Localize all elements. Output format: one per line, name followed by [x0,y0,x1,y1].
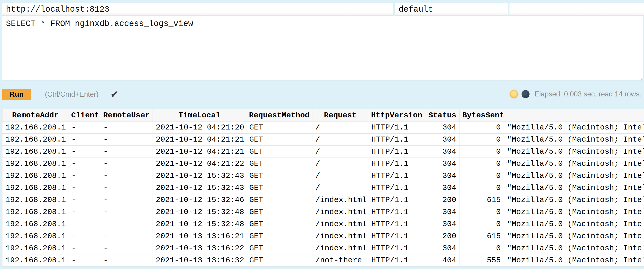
cell-remote_user: - [100,254,153,266]
table-row: 192.168.208.1--2021-10-12 15:32:43GET/HT… [2,170,644,182]
cell-http_version: HTTP/1.1 [368,242,425,254]
query-stats: Elapsed: 0.003 sec, read 14 rows. [534,90,642,98]
cell-remote_addr: 192.168.208.1 [2,254,68,266]
sun-theme-icon[interactable] [510,90,518,98]
cell-http_version: HTTP/1.1 [368,158,425,170]
cell-client: - [68,218,100,230]
column-header-http_user_agent [504,109,644,122]
table-row: 192.168.208.1--2021-10-12 15:32:48GET/in… [2,206,644,218]
cell-http_user_agent: "Mozilla/5.0 (Macintosh; Intel [504,254,644,266]
table-row: 192.168.208.1--2021-10-13 13:16:21GET/in… [2,230,644,242]
cell-client: - [68,182,100,194]
cell-http_user_agent: "Mozilla/5.0 (Macintosh; Intel [504,170,644,182]
cell-time_local: 2021-10-12 04:21:21 [153,146,246,158]
column-header-bytes_sent: BytesSent [460,109,504,122]
cell-time_local: 2021-10-13 13:16:32 [153,254,246,266]
table-row: 192.168.208.1--2021-10-13 13:16:22GET/in… [2,242,644,254]
cell-status: 304 [425,122,460,134]
cell-time_local: 2021-10-13 13:16:22 [153,242,246,254]
cell-request_method: GET [246,242,312,254]
table-row: 192.168.208.1--2021-10-12 15:32:48GET/in… [2,218,644,230]
table-row: 192.168.208.1--2021-10-12 04:21:20GET/HT… [2,122,644,134]
cell-client: - [68,146,100,158]
cell-request_method: GET [246,206,312,218]
cell-status: 304 [425,206,460,218]
cell-bytes_sent: 555 [460,254,504,266]
cell-remote_user: - [100,218,153,230]
cell-request_method: GET [246,194,312,206]
cell-remote_user: - [100,230,153,242]
column-header-time_local: TimeLocal [153,109,246,122]
cell-remote_user: - [100,122,153,134]
results-area: RemoteAddrClientRemoteUserTimeLocalReque… [2,109,644,266]
connection-bar [0,0,644,16]
cell-remote_user: - [100,134,153,146]
cell-status: 200 [425,230,460,242]
cell-http_user_agent: "Mozilla/5.0 (Macintosh; Intel [504,230,644,242]
table-row: 192.168.208.1--2021-10-12 15:32:43GET/HT… [2,182,644,194]
column-header-request: Request [312,109,368,122]
column-header-status: Status [425,109,460,122]
run-button[interactable]: Run [2,89,31,100]
cell-http_user_agent: "Mozilla/5.0 (Macintosh; Intel [504,242,644,254]
cell-time_local: 2021-10-12 15:32:48 [153,218,246,230]
cell-bytes_sent: 0 [460,146,504,158]
cell-client: - [68,242,100,254]
cell-http_version: HTTP/1.1 [368,146,425,158]
cell-request: / [312,158,368,170]
cell-client: - [68,122,100,134]
cell-http_user_agent: "Mozilla/5.0 (Macintosh; Intel [504,134,644,146]
cell-http_version: HTTP/1.1 [368,134,425,146]
cell-client: - [68,230,100,242]
server-url-input[interactable] [2,3,393,16]
column-header-request_method: RequestMethod [246,109,312,122]
results-table: RemoteAddrClientRemoteUserTimeLocalReque… [2,109,644,266]
cell-remote_user: - [100,206,153,218]
cell-http_user_agent: "Mozilla/5.0 (Macintosh; Intel [504,194,644,206]
status-group: Elapsed: 0.003 sec, read 14 rows. [510,90,642,98]
cell-remote_addr: 192.168.208.1 [2,170,68,182]
cell-remote_addr: 192.168.208.1 [2,158,68,170]
cell-status: 200 [425,194,460,206]
cell-http_user_agent: "Mozilla/5.0 (Macintosh; Intel [504,146,644,158]
cell-remote_addr: 192.168.208.1 [2,206,68,218]
cell-time_local: 2021-10-12 15:32:46 [153,194,246,206]
cell-request_method: GET [246,254,312,266]
cell-remote_user: - [100,146,153,158]
cell-status: 304 [425,134,460,146]
cell-http_user_agent: "Mozilla/5.0 (Macintosh; Intel [504,206,644,218]
cell-client: - [68,194,100,206]
check-icon: ✔ [110,90,118,99]
cell-http_version: HTTP/1.1 [368,182,425,194]
password-input[interactable] [510,3,644,16]
cell-status: 304 [425,218,460,230]
moon-theme-icon[interactable] [522,90,530,98]
cell-request_method: GET [246,122,312,134]
cell-time_local: 2021-10-12 15:32:43 [153,182,246,194]
cell-request: /index.html [312,194,368,206]
cell-request: / [312,122,368,134]
cell-bytes_sent: 0 [460,218,504,230]
user-input[interactable] [395,3,508,16]
cell-http_version: HTTP/1.1 [368,194,425,206]
table-row: 192.168.208.1--2021-10-12 04:21:21GET/HT… [2,146,644,158]
cell-http_user_agent: "Mozilla/5.0 (Macintosh; Intel [504,218,644,230]
table-header-row: RemoteAddrClientRemoteUserTimeLocalReque… [2,109,644,122]
cell-remote_addr: 192.168.208.1 [2,242,68,254]
cell-request: /index.html [312,206,368,218]
cell-status: 304 [425,158,460,170]
cell-time_local: 2021-10-12 04:21:21 [153,134,246,146]
query-editor[interactable]: SELECT * FROM nginxdb.access_logs_view [2,16,643,80]
cell-http_user_agent: "Mozilla/5.0 (Macintosh; Intel [504,182,644,194]
cell-request_method: GET [246,218,312,230]
cell-request: /index.html [312,230,368,242]
cell-request: /index.html [312,218,368,230]
cell-bytes_sent: 0 [460,242,504,254]
toolbar: Run (Ctrl/Cmd+Enter) ✔ Elapsed: 0.003 se… [2,89,644,100]
cell-request: / [312,170,368,182]
cell-time_local: 2021-10-12 15:32:48 [153,206,246,218]
cell-request_method: GET [246,158,312,170]
cell-bytes_sent: 615 [460,230,504,242]
cell-request_method: GET [246,170,312,182]
table-row: 192.168.208.1--2021-10-13 13:16:32GET/no… [2,254,644,266]
